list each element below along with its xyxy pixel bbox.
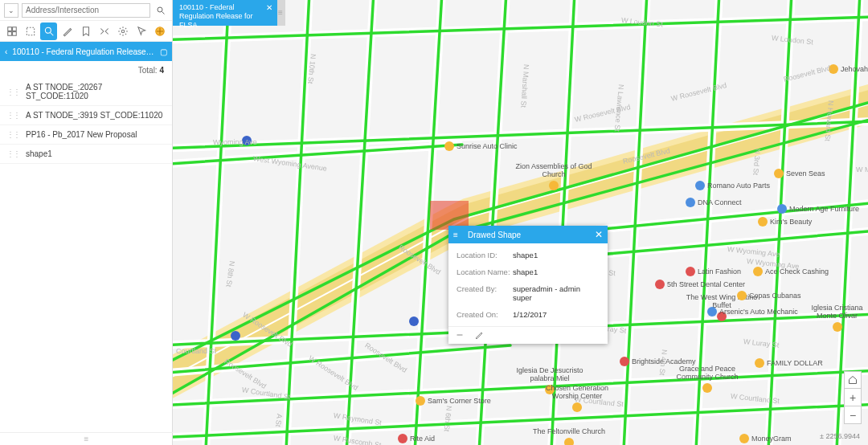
popup-menu-icon[interactable]: ≡ bbox=[453, 231, 463, 239]
popup-field-row: Location Name:shape1 bbox=[448, 263, 608, 280]
list-item-label: shape1 bbox=[26, 149, 52, 158]
list-item-label: A ST TNODE_:20267 ST_CODE:11020 bbox=[26, 83, 166, 100]
grid-tool[interactable] bbox=[3, 22, 20, 40]
home-icon bbox=[848, 375, 858, 385]
search-input[interactable] bbox=[22, 3, 150, 18]
svg-rect-3 bbox=[12, 27, 16, 31]
list-item[interactable]: ⋮⋮A ST TNODE_:3919 ST_CODE:11020 bbox=[0, 106, 172, 125]
popup-minimize-button[interactable] bbox=[455, 330, 466, 341]
list-item[interactable]: ⋮⋮shape1 bbox=[0, 145, 172, 164]
draw-tool[interactable] bbox=[59, 22, 76, 40]
svg-point-7 bbox=[45, 27, 51, 33]
open-tab-chip[interactable]: 100110 - Federal Regulation Release for … bbox=[173, 0, 277, 26]
svg-rect-2 bbox=[7, 27, 11, 31]
panel-back-button[interactable]: ‹ bbox=[5, 47, 7, 56]
svg-rect-4 bbox=[7, 31, 11, 35]
popup-edit-button[interactable] bbox=[474, 330, 485, 341]
map-zoom-controls: + − bbox=[844, 371, 862, 424]
popup-field-value: 1/12/2017 bbox=[513, 310, 600, 319]
search-row: ⌄ bbox=[0, 0, 172, 21]
svg-line-1 bbox=[162, 11, 165, 14]
search-category-dropdown[interactable]: ⌄ bbox=[4, 3, 18, 18]
popup-field-key: Created On: bbox=[457, 310, 513, 319]
drag-handle-icon: ⋮⋮ bbox=[6, 149, 19, 158]
sidebar-resize-handle[interactable]: ≡ bbox=[0, 432, 173, 445]
open-tab-label: 100110 - Federal Regulation Release for … bbox=[179, 3, 253, 29]
list-item-label: PP16 - Pb_2017 New Proposal bbox=[26, 130, 137, 139]
drag-handle-icon: ⋮⋮ bbox=[6, 88, 19, 96]
svg-rect-5 bbox=[12, 31, 16, 35]
result-total: Total: 4 bbox=[0, 61, 172, 78]
svg-point-9 bbox=[121, 30, 125, 33]
map-canvas[interactable]: ≡ Drawed Shape ✕ Location ID:shape1Locat… bbox=[173, 0, 868, 445]
popup-header[interactable]: ≡ Drawed Shape ✕ bbox=[448, 226, 608, 243]
panel-external-icon[interactable]: ▢ bbox=[160, 47, 167, 56]
drag-handle-icon: ⋮⋮ bbox=[6, 111, 19, 120]
svg-point-0 bbox=[158, 7, 162, 12]
map-home-button[interactable] bbox=[844, 371, 862, 389]
svg-point-51 bbox=[242, 136, 252, 145]
map-toolbar bbox=[0, 21, 172, 42]
bookmark-tool[interactable] bbox=[77, 22, 94, 40]
map-basemap-svg bbox=[173, 0, 868, 445]
svg-point-52 bbox=[409, 316, 419, 326]
search-button[interactable] bbox=[154, 3, 168, 18]
popup-field-row: Created On:1/12/2017 bbox=[448, 306, 608, 323]
result-list: ⋮⋮A ST TNODE_:20267 ST_CODE:11020⋮⋮A ST … bbox=[0, 78, 172, 164]
sidebar: ⌄ ‹ 100110 - Federal Regulation Release … bbox=[0, 0, 173, 445]
popup-field-row: Location ID:shape1 bbox=[448, 247, 608, 263]
popup-body: Location ID:shape1Location Name:shape1Cr… bbox=[448, 243, 608, 326]
popup-field-value: shape1 bbox=[513, 267, 600, 276]
popup-field-key: Location ID: bbox=[457, 251, 513, 259]
list-item[interactable]: ⋮⋮A ST TNODE_:20267 ST_CODE:11020 bbox=[0, 78, 172, 106]
panel-title: 100110 - Federal Regulation Release for … bbox=[12, 47, 155, 56]
svg-line-8 bbox=[51, 32, 54, 35]
popup-close-button[interactable]: ✕ bbox=[595, 229, 603, 240]
svg-point-53 bbox=[231, 331, 240, 341]
popup-field-key: Location Name: bbox=[457, 267, 513, 276]
panel-header: ‹ 100110 - Federal Regulation Release fo… bbox=[0, 42, 172, 61]
popup-field-value: shape1 bbox=[513, 251, 600, 259]
pointer-tool[interactable] bbox=[133, 22, 150, 40]
svg-rect-6 bbox=[27, 27, 34, 35]
pan-tool[interactable] bbox=[152, 22, 169, 40]
map-zoom-in-button[interactable]: + bbox=[844, 389, 862, 406]
search-icon bbox=[156, 6, 166, 15]
list-item-label: A ST TNODE_:3919 ST_CODE:11020 bbox=[26, 111, 162, 120]
map-zoom-out-button[interactable]: − bbox=[844, 406, 862, 424]
popup-footer bbox=[448, 326, 608, 344]
zoom-tool[interactable] bbox=[40, 22, 57, 40]
popup-field-row: Created By:superadmin - admin super bbox=[448, 280, 608, 306]
tools-cross-tool[interactable] bbox=[96, 22, 113, 40]
popup-field-value: superadmin - admin super bbox=[513, 284, 600, 302]
settings-tool[interactable] bbox=[115, 22, 132, 40]
drag-handle-icon: ⋮⋮ bbox=[6, 130, 19, 139]
list-item[interactable]: ⋮⋮PP16 - Pb_2017 New Proposal bbox=[0, 125, 172, 145]
popup-field-key: Created By: bbox=[457, 284, 513, 302]
popup-title: Drawed Shape bbox=[468, 231, 590, 239]
shape-info-popup: ≡ Drawed Shape ✕ Location ID:shape1Locat… bbox=[448, 226, 608, 344]
tab-overflow-handle[interactable]: ≡ bbox=[277, 0, 285, 26]
open-tab-close[interactable]: ✕ bbox=[266, 3, 274, 11]
select-dashed-tool[interactable] bbox=[22, 22, 39, 40]
map-coordinates-readout: ± 2256.9944 bbox=[820, 432, 860, 440]
